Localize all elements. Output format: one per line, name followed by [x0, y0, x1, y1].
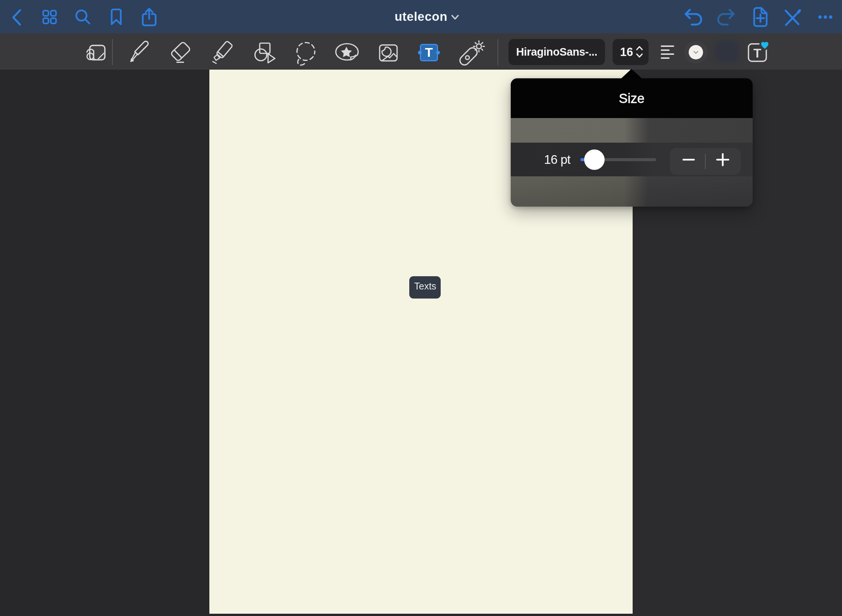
svg-text:T: T: [753, 46, 761, 60]
